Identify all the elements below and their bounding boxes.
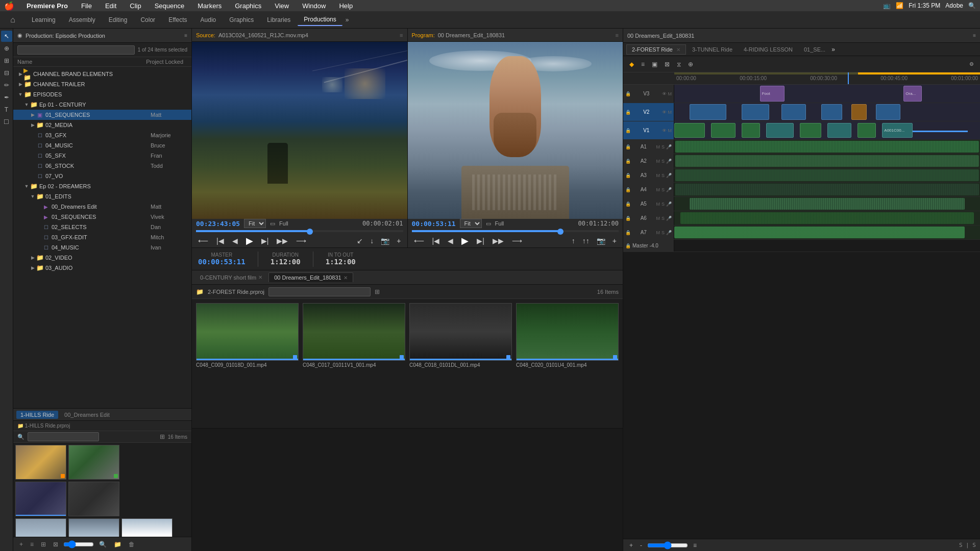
new-folder-button[interactable]: 📁 <box>112 540 124 549</box>
menu-help[interactable]: Help <box>336 1 356 11</box>
tl-settings-icon[interactable]: ⚙ <box>967 60 976 68</box>
bin-clip-4[interactable]: C048_C020_0101U4_001.mp4 <box>516 303 619 368</box>
track-a4-lock[interactable]: 🔒 <box>625 187 631 192</box>
tl-link-button[interactable]: ⧖ <box>675 60 683 69</box>
source-frame-fwd[interactable]: ▶| <box>259 236 271 246</box>
bin-clip-1[interactable]: C048_C009_01018D_001.mp4 <box>196 303 299 368</box>
expand-arrow[interactable]: ▼ <box>17 92 23 97</box>
thumb-6[interactable] <box>68 518 119 537</box>
type-tool[interactable]: T <box>1 104 12 115</box>
thumb-1[interactable] <box>15 445 66 480</box>
fit-tool[interactable]: ⊕ <box>1 43 12 54</box>
program-step-fwd[interactable]: ▶▶ <box>491 236 506 246</box>
tl-video-button[interactable]: ▣ <box>650 60 659 69</box>
timeline-playhead[interactable] <box>848 72 849 84</box>
tree-channel-brand[interactable]: ▶ ▶ 📁 CHANNEL BRAND ELEMENTS <box>13 69 191 79</box>
tree-ep02-01-sequences[interactable]: ▶ ▶ 01_SEQUENCES Vivek <box>13 212 191 222</box>
bin-clip-2[interactable]: C048_C017_01011V1_001.mp4 <box>303 303 405 368</box>
tl-zoom-in[interactable]: + <box>627 541 635 550</box>
tab-century-film[interactable]: 0-CENTURY short film ✕ <box>195 273 267 282</box>
tree-ep02[interactable]: ▼ 📁 Ep 02 - DREAMERS <box>13 181 191 191</box>
tree-dreamers-edit[interactable]: ▶ ▶ 00_Dreamers Edit Matt <box>13 202 191 212</box>
tab-effects[interactable]: Effects <box>162 14 193 26</box>
expand-arrow[interactable]: ▶ <box>17 71 23 77</box>
track-v2-solo[interactable]: M <box>668 110 672 115</box>
delete-button[interactable]: 🗑 <box>127 540 137 549</box>
tl-tab-forest[interactable]: 2-FOREST Ride ✕ <box>626 44 686 55</box>
track-a2-s[interactable]: S <box>662 159 665 164</box>
track-a7-lock[interactable]: 🔒 <box>625 230 631 235</box>
more-tabs-button[interactable]: » <box>342 14 352 26</box>
program-playhead[interactable] <box>557 229 564 235</box>
program-camera-button[interactable]: 📷 <box>595 236 607 246</box>
track-a5-s[interactable]: S <box>662 202 665 207</box>
program-step-back[interactable]: |◀ <box>430 236 442 246</box>
track-a4-m[interactable]: M <box>656 187 660 192</box>
source-mark-in[interactable]: ⟵ <box>196 236 210 246</box>
v2-clip-1[interactable] <box>690 104 726 120</box>
tl-zoom-out[interactable]: - <box>638 541 644 550</box>
more-tl-tabs[interactable]: » <box>831 46 835 53</box>
tab-productions[interactable]: Productions <box>298 14 342 26</box>
tree-02-selects[interactable]: ▶ ☐ 02_SELECTS Dan <box>13 222 191 232</box>
track-a5-lock[interactable]: 🔒 <box>625 202 631 207</box>
source-mark-out[interactable]: ⟶ <box>294 236 308 246</box>
automate-button[interactable]: ⊠ <box>51 540 60 549</box>
menu-window[interactable]: Window <box>299 1 329 11</box>
trim-tool[interactable]: ⊟ <box>1 67 12 79</box>
source-frame-back[interactable]: ◀ <box>230 236 240 246</box>
shape-tool[interactable]: ☐ <box>1 116 12 128</box>
bin-search-input[interactable] <box>268 287 371 296</box>
menu-view[interactable]: View <box>272 1 292 11</box>
tree-06-stock[interactable]: ▶ ☐ 06_STOCK Todd <box>13 161 191 171</box>
v2-clip-3[interactable] <box>781 104 806 120</box>
tree-03-gfx-edit[interactable]: ▶ ☐ 03_GFX-EDIT Mitch <box>13 232 191 242</box>
source-progress-bar[interactable] <box>196 230 403 232</box>
source-fit-select[interactable]: Fit <box>244 219 266 228</box>
track-v3-lock[interactable]: 🔒 <box>625 91 631 96</box>
tree-episodes[interactable]: ▼ 📁 EPISODES <box>13 89 191 99</box>
v1-clip-1[interactable] <box>674 123 705 138</box>
menu-clip[interactable]: Clip <box>127 1 144 11</box>
source-insert-button[interactable]: ↙ <box>355 236 365 246</box>
expand-arrow[interactable]: ▶ <box>30 265 36 270</box>
v1-clip-7[interactable] <box>857 123 876 138</box>
track-a7-s[interactable]: S <box>662 230 665 235</box>
tl-tab-tunnel[interactable]: 3-TUNNEL Ride <box>687 45 738 54</box>
list-view-button[interactable]: ≡ <box>28 540 36 549</box>
apple-menu[interactable]: 🍎 <box>4 1 14 11</box>
track-v3-eye[interactable]: 👁 <box>662 91 667 96</box>
program-progress-bar[interactable] <box>412 230 619 232</box>
tl-magnet-button[interactable]: ⊕ <box>686 60 695 69</box>
select-tool[interactable]: ↖ <box>1 31 12 42</box>
track-v1-eye[interactable]: 👁 <box>662 128 667 133</box>
source-step-back[interactable]: |◀ <box>214 236 226 246</box>
source-play-button[interactable]: ▶ <box>244 234 255 247</box>
panel-menu-button[interactable]: ≡ <box>184 33 187 38</box>
menu-edit[interactable]: Edit <box>102 1 119 11</box>
search-button[interactable]: 🔍 <box>97 540 109 549</box>
program-lift-button[interactable]: ↑ <box>570 236 577 246</box>
search-icon[interactable]: 🔍 <box>968 2 976 9</box>
track-v2-lock[interactable]: 🔒 <box>625 110 631 115</box>
program-fit-select[interactable]: Fit <box>460 219 482 228</box>
tree-02-video[interactable]: ▶ 📁 02_VIDEO <box>13 253 191 263</box>
tree-04-music[interactable]: ▶ ☐ 04_MUSIC Bruce <box>13 140 191 151</box>
v1-clip-4[interactable] <box>766 123 794 138</box>
grid-view-icon[interactable]: ⊞ <box>160 433 165 440</box>
tree-ep02-04-music[interactable]: ▶ ☐ 04_MUSIC Ivan <box>13 242 191 253</box>
menu-markers[interactable]: Markers <box>194 1 225 11</box>
track-a1-s[interactable]: S <box>662 144 665 149</box>
program-play-button[interactable]: ▶ <box>459 234 471 247</box>
expand-arrow[interactable]: ▶ <box>30 122 36 128</box>
timeline-zoom-slider[interactable] <box>647 541 688 549</box>
tab-dreamers-edit-bin[interactable]: 00 Dreamers_Edit_180831 ✕ <box>268 272 353 282</box>
source-camera-button[interactable]: 📷 <box>379 236 391 246</box>
track-v2-eye[interactable]: 👁 <box>662 110 667 115</box>
v2-clip-5[interactable] <box>851 104 867 120</box>
track-v1-lock[interactable]: 🔒 <box>625 128 631 133</box>
track-master-lock[interactable]: 🔒 <box>625 243 631 248</box>
tree-01-sequences[interactable]: ▶ ▣ 01_SEQUENCES Matt <box>13 110 191 120</box>
source-playhead[interactable] <box>307 229 313 235</box>
tree-03-gfx[interactable]: ▶ ☐ 03_GFX Marjorie <box>13 130 191 140</box>
